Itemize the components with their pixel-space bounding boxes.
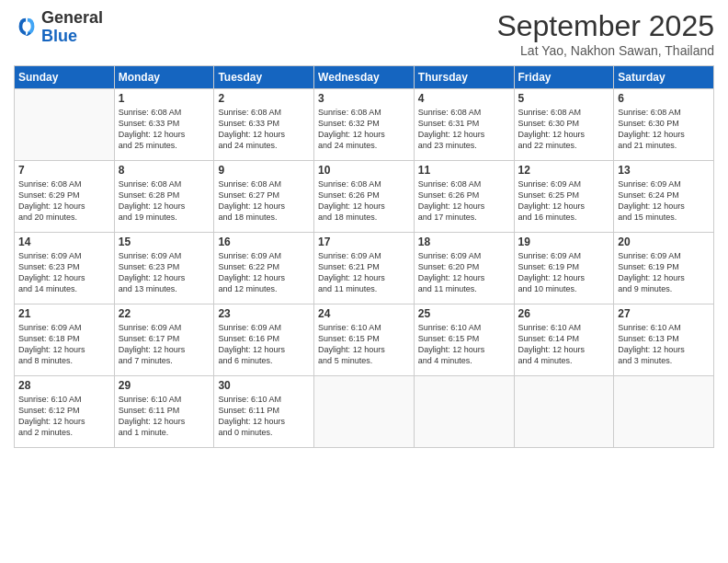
cell-content: Sunrise: 6:08 AM Sunset: 6:28 PM Dayligh…	[119, 178, 210, 224]
day-number: 16	[218, 236, 310, 248]
calendar-cell: 2Sunrise: 6:08 AM Sunset: 6:33 PM Daylig…	[214, 89, 314, 161]
day-number: 29	[119, 379, 210, 392]
header: General Blue September 2025 Lat Yao, Nak…	[14, 9, 714, 58]
cell-content: Sunrise: 6:08 AM Sunset: 6:33 PM Dayligh…	[119, 107, 210, 152]
cell-content: Sunrise: 6:10 AM Sunset: 6:11 PM Dayligh…	[119, 394, 210, 439]
cell-content: Sunrise: 6:09 AM Sunset: 6:19 PM Dayligh…	[518, 250, 610, 295]
calendar-cell: 22Sunrise: 6:09 AM Sunset: 6:17 PM Dayli…	[114, 304, 214, 376]
cell-content: Sunrise: 6:09 AM Sunset: 6:21 PM Dayligh…	[318, 250, 410, 295]
day-number: 18	[418, 236, 510, 248]
logo-general-text: General	[41, 8, 103, 27]
calendar-week-3: 14Sunrise: 6:09 AM Sunset: 6:23 PM Dayli…	[15, 233, 714, 304]
header-saturday: Saturday	[614, 66, 714, 89]
calendar-cell: 9Sunrise: 6:08 AM Sunset: 6:27 PM Daylig…	[214, 161, 314, 233]
calendar-cell: 26Sunrise: 6:10 AM Sunset: 6:14 PM Dayli…	[514, 304, 614, 376]
cell-content: Sunrise: 6:08 AM Sunset: 6:33 PM Dayligh…	[218, 107, 310, 152]
day-number: 30	[218, 379, 310, 392]
calendar-week-4: 21Sunrise: 6:09 AM Sunset: 6:18 PM Dayli…	[15, 304, 714, 376]
logo-icon	[14, 15, 40, 40]
day-number: 14	[18, 236, 110, 248]
header-tuesday: Tuesday	[214, 66, 314, 89]
cell-content: Sunrise: 6:08 AM Sunset: 6:26 PM Dayligh…	[318, 178, 410, 224]
header-friday: Friday	[514, 66, 614, 89]
day-number: 11	[418, 164, 510, 177]
day-number: 25	[418, 307, 510, 320]
day-number: 21	[18, 307, 110, 320]
calendar-week-2: 7Sunrise: 6:08 AM Sunset: 6:29 PM Daylig…	[15, 161, 714, 233]
header-thursday: Thursday	[414, 66, 514, 89]
calendar-cell: 5Sunrise: 6:08 AM Sunset: 6:30 PM Daylig…	[514, 89, 614, 161]
cell-content: Sunrise: 6:08 AM Sunset: 6:32 PM Dayligh…	[318, 107, 410, 152]
cell-content: Sunrise: 6:10 AM Sunset: 6:15 PM Dayligh…	[418, 322, 510, 367]
calendar-cell: 28Sunrise: 6:10 AM Sunset: 6:12 PM Dayli…	[15, 376, 115, 448]
cell-content: Sunrise: 6:09 AM Sunset: 6:25 PM Dayligh…	[518, 178, 610, 224]
logo-blue-text: Blue	[41, 27, 77, 45]
day-number: 23	[218, 307, 310, 320]
day-number: 1	[119, 92, 210, 105]
calendar-cell: 16Sunrise: 6:09 AM Sunset: 6:22 PM Dayli…	[214, 233, 314, 304]
calendar-week-1: 1Sunrise: 6:08 AM Sunset: 6:33 PM Daylig…	[15, 89, 714, 161]
day-number: 17	[318, 236, 410, 248]
day-number: 9	[218, 164, 310, 177]
cell-content: Sunrise: 6:09 AM Sunset: 6:19 PM Dayligh…	[618, 250, 710, 295]
header-row: Sunday Monday Tuesday Wednesday Thursday…	[15, 66, 714, 89]
day-number: 7	[18, 164, 110, 177]
day-number: 6	[618, 92, 710, 105]
calendar-table: Sunday Monday Tuesday Wednesday Thursday…	[14, 65, 714, 448]
day-number: 19	[518, 236, 610, 248]
calendar-cell	[314, 376, 415, 448]
day-number: 4	[418, 92, 510, 105]
day-number: 22	[119, 307, 210, 320]
header-wednesday: Wednesday	[314, 66, 415, 89]
calendar-cell: 6Sunrise: 6:08 AM Sunset: 6:30 PM Daylig…	[614, 89, 714, 161]
cell-content: Sunrise: 6:09 AM Sunset: 6:22 PM Dayligh…	[218, 250, 310, 295]
day-number: 28	[18, 379, 110, 392]
day-number: 24	[318, 307, 410, 320]
cell-content: Sunrise: 6:09 AM Sunset: 6:20 PM Dayligh…	[418, 250, 510, 295]
cell-content: Sunrise: 6:09 AM Sunset: 6:16 PM Dayligh…	[218, 322, 310, 367]
calendar-week-5: 28Sunrise: 6:10 AM Sunset: 6:12 PM Dayli…	[15, 376, 714, 448]
calendar-cell: 24Sunrise: 6:10 AM Sunset: 6:15 PM Dayli…	[314, 304, 415, 376]
cell-content: Sunrise: 6:10 AM Sunset: 6:13 PM Dayligh…	[618, 322, 710, 367]
calendar-cell: 30Sunrise: 6:10 AM Sunset: 6:11 PM Dayli…	[214, 376, 314, 448]
logo: General Blue	[14, 9, 103, 46]
calendar-cell: 12Sunrise: 6:09 AM Sunset: 6:25 PM Dayli…	[514, 161, 614, 233]
calendar-cell: 18Sunrise: 6:09 AM Sunset: 6:20 PM Dayli…	[414, 233, 514, 304]
calendar-cell: 23Sunrise: 6:09 AM Sunset: 6:16 PM Dayli…	[214, 304, 314, 376]
day-number: 12	[518, 164, 610, 177]
cell-content: Sunrise: 6:09 AM Sunset: 6:18 PM Dayligh…	[18, 322, 110, 367]
day-number: 8	[119, 164, 210, 177]
day-number: 5	[518, 92, 610, 105]
day-number: 13	[618, 164, 710, 177]
calendar-cell: 11Sunrise: 6:08 AM Sunset: 6:26 PM Dayli…	[414, 161, 514, 233]
cell-content: Sunrise: 6:08 AM Sunset: 6:30 PM Dayligh…	[618, 107, 710, 152]
calendar-cell: 4Sunrise: 6:08 AM Sunset: 6:31 PM Daylig…	[414, 89, 514, 161]
cell-content: Sunrise: 6:09 AM Sunset: 6:17 PM Dayligh…	[119, 322, 210, 367]
calendar-cell: 7Sunrise: 6:08 AM Sunset: 6:29 PM Daylig…	[15, 161, 115, 233]
calendar-cell: 25Sunrise: 6:10 AM Sunset: 6:15 PM Dayli…	[414, 304, 514, 376]
day-number: 2	[218, 92, 310, 105]
header-monday: Monday	[114, 66, 214, 89]
calendar-cell	[614, 376, 714, 448]
cell-content: Sunrise: 6:09 AM Sunset: 6:23 PM Dayligh…	[119, 250, 210, 295]
calendar-cell: 3Sunrise: 6:08 AM Sunset: 6:32 PM Daylig…	[314, 89, 415, 161]
calendar-cell: 19Sunrise: 6:09 AM Sunset: 6:19 PM Dayli…	[514, 233, 614, 304]
calendar-cell: 21Sunrise: 6:09 AM Sunset: 6:18 PM Dayli…	[15, 304, 115, 376]
page-container: General Blue September 2025 Lat Yao, Nak…	[0, 0, 728, 457]
cell-content: Sunrise: 6:08 AM Sunset: 6:26 PM Dayligh…	[418, 178, 510, 224]
day-number: 10	[318, 164, 410, 177]
calendar-cell: 29Sunrise: 6:10 AM Sunset: 6:11 PM Dayli…	[114, 376, 214, 448]
day-number: 3	[318, 92, 410, 105]
cell-content: Sunrise: 6:10 AM Sunset: 6:11 PM Dayligh…	[218, 394, 310, 439]
cell-content: Sunrise: 6:10 AM Sunset: 6:14 PM Dayligh…	[518, 322, 610, 367]
calendar-cell: 27Sunrise: 6:10 AM Sunset: 6:13 PM Dayli…	[614, 304, 714, 376]
month-title: September 2025	[496, 9, 714, 43]
cell-content: Sunrise: 6:09 AM Sunset: 6:24 PM Dayligh…	[618, 178, 710, 224]
calendar-cell: 13Sunrise: 6:09 AM Sunset: 6:24 PM Dayli…	[614, 161, 714, 233]
calendar-cell	[414, 376, 514, 448]
cell-content: Sunrise: 6:08 AM Sunset: 6:31 PM Dayligh…	[418, 107, 510, 152]
calendar-cell: 14Sunrise: 6:09 AM Sunset: 6:23 PM Dayli…	[15, 233, 115, 304]
calendar-cell: 15Sunrise: 6:09 AM Sunset: 6:23 PM Dayli…	[114, 233, 214, 304]
calendar-cell	[514, 376, 614, 448]
cell-content: Sunrise: 6:10 AM Sunset: 6:12 PM Dayligh…	[18, 394, 110, 439]
